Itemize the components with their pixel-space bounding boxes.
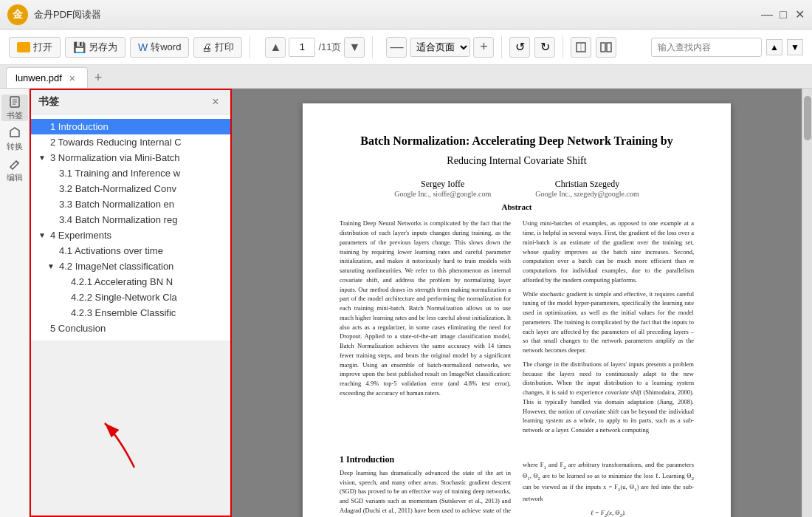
tree-item-label: 3.2 Batch-Normalized Conv xyxy=(59,183,176,194)
tree-toggle-icon: ▼ xyxy=(37,230,47,241)
zoom-group: — 适合页面 75% 100% 125% 150% + xyxy=(386,37,494,58)
author2-name: Christian Szegedy xyxy=(535,179,639,190)
abstract-col-right: Using mini-batches of examples, as oppos… xyxy=(523,219,694,439)
section1-left-col: 1 Introduction Deep learning has dramati… xyxy=(340,447,511,517)
abstract-two-col: Training Deep Neural Networks is complic… xyxy=(340,219,694,439)
bookmark-close-button[interactable]: × xyxy=(208,95,223,109)
sidebar-bookmark-btn[interactable]: 书签 xyxy=(1,95,28,121)
close-button[interactable]: ✕ xyxy=(794,10,805,20)
scrollbar-thumb xyxy=(804,96,811,140)
saveas-button[interactable]: 💾 另存为 xyxy=(65,37,125,58)
open-button[interactable]: 打开 xyxy=(9,37,61,58)
zoom-out-button[interactable]: — xyxy=(386,37,407,58)
title-bar-controls: — □ ✕ xyxy=(762,10,805,20)
tree-toggle-icon xyxy=(46,184,56,194)
tab-add-button[interactable]: + xyxy=(88,67,109,88)
pdf-tab[interactable]: lunwen.pdf × xyxy=(6,67,88,88)
tree-item[interactable]: ▼3 Normalization via Mini-Batch xyxy=(31,150,230,165)
tree-item-label: 2 Towards Reducing Internal C xyxy=(50,137,182,148)
tree-item[interactable]: 3.3 Batch Normalization en xyxy=(31,196,230,212)
author1-block: Sergey Ioffe Google Inc., sioffe@google.… xyxy=(394,179,491,198)
toolbar-separator-4 xyxy=(562,36,563,58)
bookmark-label: 书签 xyxy=(7,110,23,121)
word-icon: W xyxy=(138,41,148,53)
toolbar: 打开 💾 另存为 W 转word 🖨 打印 ▲ /11页 ▼ — 适合页面 75… xyxy=(0,30,812,65)
tree-item-label: 4.1 Activations over time xyxy=(59,245,163,256)
minimize-button[interactable]: — xyxy=(762,10,772,20)
tree-item[interactable]: 4.2.2 Single-Network Cla xyxy=(31,290,230,305)
page-input[interactable] xyxy=(289,38,315,57)
tree-item[interactable]: 4.2.3 Ensemble Classific xyxy=(31,305,230,321)
nav-group: ▲ /11页 ▼ xyxy=(265,37,365,58)
tree-item[interactable]: 5 Conclusion xyxy=(31,321,230,336)
section1-heading: 1 Introduction xyxy=(340,454,511,465)
tree-toggle-icon xyxy=(46,215,56,225)
right-scrollbar[interactable] xyxy=(802,89,812,517)
zoom-in-button[interactable]: + xyxy=(473,37,494,58)
bookmark-panel: 书签 × 1 Introduction2 Towards Reducing In… xyxy=(31,90,230,340)
search-up-button[interactable]: ▲ xyxy=(766,39,782,55)
tree-toggle-icon xyxy=(37,122,47,132)
print-label: 打印 xyxy=(215,41,234,54)
word-button[interactable]: W 转word xyxy=(130,37,189,58)
tree-item-label: 4.2.2 Single-Network Cla xyxy=(71,292,177,303)
section1-two-col: 1 Introduction Deep learning has dramati… xyxy=(340,447,694,517)
main-area: 书签 转换 编辑 书签 × 1 Introduction2 Towards Re… xyxy=(0,89,812,517)
search-down-button[interactable]: ▼ xyxy=(787,39,803,55)
tree-item[interactable]: 3.1 Training and Inference w xyxy=(31,165,230,181)
tab-bar: lunwen.pdf × + xyxy=(0,65,812,89)
rotate-right-button[interactable]: ↻ xyxy=(534,37,555,58)
title-bar: 金 金丹PDF阅读器 — □ ✕ xyxy=(0,0,812,30)
double-view-button[interactable] xyxy=(596,37,616,58)
open-label: 打开 xyxy=(33,41,52,54)
author2-affil: Google Inc., szegedy@google.com xyxy=(535,190,639,198)
sidebar-edit-btn[interactable]: 编辑 xyxy=(1,157,28,183)
app-title: 金丹PDF阅读器 xyxy=(34,8,101,21)
tree-item-label: 3.1 Training and Inference w xyxy=(59,168,180,179)
open-icon xyxy=(17,42,30,52)
tree-item[interactable]: ▼4 Experiments xyxy=(31,227,230,243)
abstract-section: Abstract Training Deep Neural Networks i… xyxy=(340,202,694,439)
maximize-button[interactable]: □ xyxy=(778,10,788,20)
authors: Sergey Ioffe Google Inc., sioffe@google.… xyxy=(340,179,694,198)
prev-page-button[interactable]: ▲ xyxy=(265,37,286,58)
abstract-title: Abstract xyxy=(340,202,694,211)
tree-toggle-icon xyxy=(37,137,47,148)
tree-item[interactable]: ▼4.2 ImageNet classification xyxy=(31,258,230,274)
app-logo: 金 xyxy=(7,4,28,25)
tab-filename: lunwen.pdf xyxy=(16,72,62,83)
tree-item-label: 4.2 ImageNet classification xyxy=(59,261,173,272)
tree-toggle-icon xyxy=(46,168,56,179)
svg-rect-2 xyxy=(601,43,605,52)
toolbar-separator-2 xyxy=(372,36,373,58)
tree-toggle-icon xyxy=(58,277,68,287)
bookmark-title: 书签 xyxy=(38,95,59,109)
toolbar-right: ▲ ▼ xyxy=(651,38,803,57)
author1-name: Sergey Ioffe xyxy=(394,179,491,190)
print-button[interactable]: 🖨 打印 xyxy=(193,37,242,58)
single-view-button[interactable] xyxy=(571,37,591,58)
sidebar-convert-btn[interactable]: 转换 xyxy=(1,126,28,152)
tree-item[interactable]: 3.2 Batch-Normalized Conv xyxy=(31,181,230,196)
tree-toggle-icon xyxy=(46,246,56,256)
convert-label: 转换 xyxy=(7,141,23,152)
tree-item[interactable]: 4.1 Activations over time xyxy=(31,243,230,258)
pdf-viewer[interactable]: arXiv:1502.03167v3 [cs.LG] 2 Mar 2015 Ba… xyxy=(232,89,802,517)
tree-item-label: 4.2.3 Ensemble Classific xyxy=(71,307,176,318)
tab-close-button[interactable]: × xyxy=(66,72,78,84)
edit-icon xyxy=(8,157,21,171)
toolbar-separator-3 xyxy=(501,36,502,58)
tree-item[interactable]: 3.4 Batch Normalization reg xyxy=(31,212,230,227)
rotate-left-button[interactable]: ↺ xyxy=(509,37,530,58)
tree-item[interactable]: 4.2.1 Accelerating BN N xyxy=(31,274,230,290)
search-input[interactable] xyxy=(651,38,762,57)
author1-affil: Google Inc., sioffe@google.com xyxy=(394,190,491,198)
tree-item[interactable]: 1 Introduction xyxy=(31,119,230,134)
tree-item[interactable]: 2 Towards Reducing Internal C xyxy=(31,134,230,150)
edit-label: 编辑 xyxy=(7,172,23,183)
svg-rect-3 xyxy=(607,43,611,52)
tree-toggle-icon: ▼ xyxy=(37,153,47,163)
tree-toggle-icon: ▼ xyxy=(46,261,56,272)
zoom-select[interactable]: 适合页面 75% 100% 125% 150% xyxy=(410,38,470,57)
next-page-button[interactable]: ▼ xyxy=(344,37,365,58)
